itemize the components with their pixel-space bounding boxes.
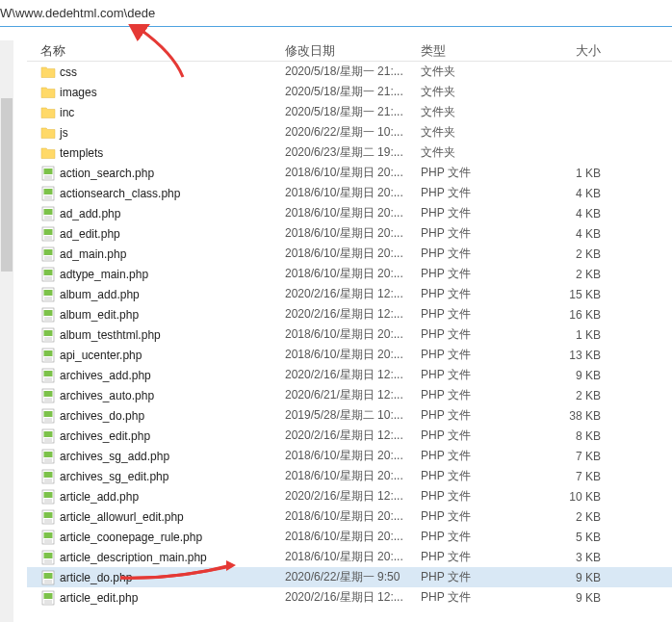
file-row[interactable]: archives_sg_edit.php2018/6/10/星期日 20:...… [27,466,672,486]
file-pane: 名称 修改日期 类型 大小 css2020/5/18/星期一 21:...文件夹… [0,40,672,622]
file-size: 8 KB [536,429,630,443]
svg-rect-11 [44,270,53,275]
file-size: 9 KB [536,591,630,605]
file-date: 2018/6/10/星期日 20:... [285,205,421,221]
svg-rect-13 [44,290,53,296]
file-row[interactable]: archives_sg_add.php2018/6/10/星期日 20:...P… [27,446,672,466]
file-type: PHP 文件 [421,205,536,221]
file-size: 15 KB [536,288,630,301]
file-row[interactable]: article_allowurl_edit.php2018/6/10/星期日 2… [27,506,672,527]
php-file-icon [40,166,56,181]
file-row[interactable]: api_ucenter.php2018/6/10/星期日 20:...PHP 文… [27,345,672,365]
folder-icon [40,65,56,80]
file-row[interactable]: album_testhtml.php2018/6/10/星期日 20:...PH… [27,324,672,345]
file-date: 2018/6/10/星期日 20:... [285,185,421,201]
php-file-icon [40,469,56,484]
file-size: 4 KB [536,187,630,200]
svg-rect-7 [44,229,53,235]
file-row[interactable]: ad_edit.php2018/6/10/星期日 20:...PHP 文件4 K… [27,223,672,244]
file-row[interactable]: article_add.php2020/2/16/星期日 12:...PHP 文… [27,486,672,506]
file-name: archives_auto.php [60,389,154,402]
file-row[interactable]: album_add.php2020/2/16/星期日 12:...PHP 文件1… [27,284,672,304]
column-header-name[interactable]: 名称 [27,42,285,60]
file-name: images [60,86,97,99]
address-bar[interactable]: W\www.dedehtml.com\dede [0,0,672,27]
file-row[interactable]: action_search.php2018/6/10/星期日 20:...PHP… [27,163,672,183]
file-row[interactable]: archives_do.php2019/5/28/星期二 10:...PHP 文… [27,405,672,426]
file-date: 2020/6/21/星期日 12:... [285,387,421,403]
file-row[interactable]: article_description_main.php2018/6/10/星期… [27,547,672,567]
svg-rect-31 [44,472,53,478]
file-date: 2018/6/10/星期日 20:... [285,468,421,484]
file-row[interactable]: actionsearch_class.php2018/6/10/星期日 20:.… [27,183,672,203]
file-date: 2020/6/22/星期一 9:50 [285,569,421,585]
file-row[interactable]: ad_main.php2018/6/10/星期日 20:...PHP 文件2 K… [27,244,672,264]
file-type: 文件夹 [421,144,536,161]
file-type: 文件夹 [421,64,536,80]
file-date: 2018/6/10/星期日 20:... [285,326,421,343]
file-row[interactable]: archives_auto.php2020/6/21/星期日 12:...PHP… [27,385,672,405]
php-file-icon [40,368,56,383]
file-size: 2 KB [536,510,630,524]
file-name: css [60,65,77,79]
svg-rect-17 [44,330,53,336]
file-type: PHP 文件 [421,387,536,403]
php-file-icon [40,509,56,525]
file-name: templets [60,146,103,160]
php-file-icon [40,287,56,302]
file-name: album_add.php [60,288,140,301]
column-header-type[interactable]: 类型 [421,42,536,60]
file-type: PHP 文件 [421,165,536,181]
file-row[interactable]: inc2020/5/18/星期一 21:...文件夹 [27,102,672,122]
file-name: album_testhtml.php [60,328,161,342]
file-list: 名称 修改日期 类型 大小 css2020/5/18/星期一 21:...文件夹… [27,40,672,622]
address-path: W\www.dedehtml.com\dede [0,6,155,20]
file-row[interactable]: article_coonepage_rule.php2018/6/10/星期日 … [27,527,672,547]
file-row[interactable]: adtype_main.php2018/6/10/星期日 20:...PHP 文… [27,264,672,284]
file-date: 2020/6/23/星期二 19:... [285,144,421,161]
file-type: PHP 文件 [421,428,536,444]
file-type: PHP 文件 [421,185,536,201]
scrollbar-track[interactable] [0,40,13,622]
file-row[interactable]: templets2020/6/23/星期二 19:...文件夹 [27,143,672,163]
php-file-icon [40,206,56,221]
column-header-size[interactable]: 大小 [536,42,630,60]
file-type: PHP 文件 [421,448,536,464]
file-row[interactable]: article_edit.php2020/2/16/星期日 12:...PHP … [27,587,672,608]
file-type: PHP 文件 [421,326,536,343]
svg-rect-37 [44,532,53,538]
file-row[interactable]: article_do.php2020/6/22/星期一 9:50PHP 文件9 … [27,567,672,587]
file-row[interactable]: archives_add.php2020/2/16/星期日 12:...PHP … [27,365,672,385]
file-name: ad_edit.php [60,227,120,241]
scrollbar-thumb[interactable] [1,98,13,272]
file-row[interactable]: ad_add.php2018/6/10/星期日 20:...PHP 文件4 KB [27,203,672,223]
php-file-icon [40,530,56,545]
file-row[interactable]: css2020/5/18/星期一 21:...文件夹 [27,62,672,82]
svg-rect-29 [44,452,53,457]
svg-rect-43 [44,593,53,599]
file-name: inc [60,106,74,119]
php-file-icon [40,348,56,363]
file-row[interactable]: album_edit.php2020/2/16/星期日 12:...PHP 文件… [27,304,672,324]
php-file-icon [40,428,56,444]
svg-rect-25 [44,411,53,417]
php-file-icon [40,267,56,282]
file-name: article_add.php [60,490,139,504]
file-type: 文件夹 [421,104,536,120]
file-row[interactable]: images2020/5/18/星期一 21:...文件夹 [27,82,672,102]
folder-icon [40,145,56,161]
php-file-icon [40,186,56,201]
file-row[interactable]: archives_edit.php2020/2/16/星期日 12:...PHP… [27,426,672,446]
file-date: 2020/2/16/星期日 12:... [285,367,421,383]
file-date: 2020/2/16/星期日 12:... [285,428,421,444]
file-type: PHP 文件 [421,347,536,363]
file-date: 2018/6/10/星期日 20:... [285,246,421,262]
column-header-date[interactable]: 修改日期 [285,42,421,60]
file-row[interactable]: js2020/6/22/星期一 10:...文件夹 [27,122,672,143]
php-file-icon [40,307,56,323]
file-type: PHP 文件 [421,225,536,242]
file-size: 1 KB [536,167,630,180]
file-date: 2018/6/10/星期日 20:... [285,225,421,242]
file-date: 2020/6/22/星期一 10:... [285,124,421,141]
php-file-icon [40,590,56,606]
